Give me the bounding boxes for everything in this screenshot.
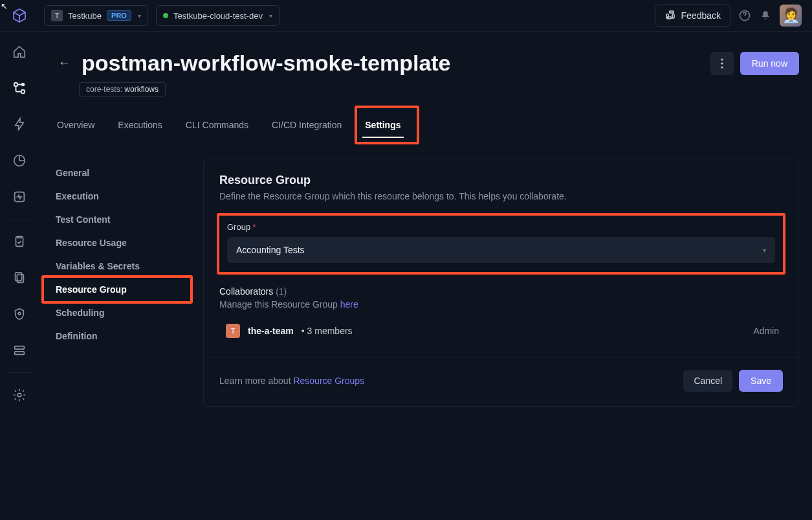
group-field-label: Group* [227, 222, 775, 232]
resource-group-panel: Resource Group Define the Resource Group… [203, 159, 799, 407]
cancel-button[interactable]: Cancel [683, 370, 732, 392]
save-button[interactable]: Save [739, 370, 783, 392]
side-item-definition[interactable]: Definition [54, 324, 184, 348]
side-item-execution[interactable]: Execution [54, 185, 184, 208]
chevron-down-icon: ▾ [269, 12, 272, 19]
bell-icon[interactable] [759, 9, 772, 22]
svg-point-1 [21, 90, 25, 94]
top-bar: T Testkube PRO ▾ Testkube-cloud-test-dev… [0, 0, 812, 32]
tab-overview[interactable]: Overview [54, 115, 97, 138]
label-chip: core-tests: workflows [79, 82, 166, 96]
svg-rect-13 [669, 11, 674, 13]
side-item-test-content[interactable]: Test Content [54, 208, 184, 231]
back-arrow-icon[interactable]: ← [54, 52, 74, 74]
tab-settings[interactable]: Settings [362, 115, 403, 138]
side-item-scheduling[interactable]: Scheduling [54, 301, 184, 324]
svg-point-17 [721, 58, 723, 60]
collaborator-row: T the-a-team • 3 members Admin [219, 320, 783, 357]
svg-rect-6 [17, 275, 23, 283]
team-members: • 3 members [302, 326, 353, 336]
svg-point-0 [14, 83, 18, 87]
main-content: ← postman-workflow-smoke-template Run no… [39, 31, 812, 520]
tab-cicd-integration[interactable]: CI/CD Integration [269, 115, 344, 138]
workflows-icon[interactable] [12, 80, 27, 96]
tab-cli-commands[interactable]: CLI Commands [183, 115, 251, 138]
panel-footer: Learn more about Resource Groups Cancel … [204, 357, 798, 392]
shield-icon[interactable] [12, 306, 27, 322]
org-selector[interactable]: T Testkube PRO ▾ [44, 5, 148, 26]
slack-icon [664, 9, 676, 23]
svg-rect-7 [16, 273, 22, 281]
settings-side-menu: General Execution Test Content Resource … [54, 159, 184, 407]
required-star-icon: * [252, 222, 256, 232]
side-item-variables-secrets[interactable]: Variables & Secrets [54, 254, 184, 278]
clipboard-stack-icon[interactable] [12, 270, 27, 286]
group-select[interactable]: Accounting Tests ▾ [227, 237, 775, 263]
status-icon[interactable] [12, 189, 27, 205]
tabs-nav: Overview Executions CLI Commands CI/CD I… [54, 115, 799, 138]
feedback-button[interactable]: Feedback [655, 5, 730, 27]
chevron-down-icon: ▾ [138, 12, 141, 19]
svg-point-18 [721, 62, 723, 64]
svg-point-11 [17, 393, 21, 397]
collaborators-desc: Manage this Resource Group here [219, 299, 783, 310]
env-selector[interactable]: Testkube-cloud-test-dev ▾ [156, 5, 280, 26]
help-icon[interactable] [738, 9, 751, 22]
team-role: Admin [753, 326, 783, 336]
settings-layout: General Execution Test Content Resource … [54, 159, 799, 407]
more-menu-button[interactable] [710, 52, 734, 75]
logo-icon[interactable] [12, 8, 27, 23]
user-avatar[interactable]: 🧑‍💼 [780, 5, 802, 27]
org-name: Testkube [68, 11, 102, 21]
status-dot-icon [163, 13, 168, 18]
svg-point-8 [18, 312, 21, 315]
label-key: core-tests: [86, 85, 122, 94]
servers-icon[interactable] [12, 343, 27, 358]
triggers-icon[interactable] [12, 117, 27, 132]
home-icon[interactable] [12, 44, 27, 60]
run-now-button[interactable]: Run now [740, 52, 799, 75]
env-name: Testkube-cloud-test-dev [173, 11, 263, 21]
manage-here-link[interactable]: here [340, 299, 358, 310]
team-badge-icon: T [226, 324, 240, 338]
feedback-label: Feedback [681, 10, 721, 21]
panel-subtitle: Define the Resource Group which this res… [219, 191, 783, 201]
side-item-general[interactable]: General [54, 161, 184, 185]
label-value: workflows [124, 85, 159, 94]
page-header: ← postman-workflow-smoke-template Run no… [54, 51, 799, 76]
page-title: postman-workflow-smoke-template [82, 51, 451, 76]
settings-gear-icon[interactable] [12, 387, 27, 403]
chevron-down-icon: ▾ [763, 247, 766, 254]
left-rail [0, 0, 39, 520]
group-selected-value: Accounting Tests [236, 245, 305, 255]
org-badge-icon: T [51, 10, 63, 21]
clipboard-check-icon[interactable] [12, 234, 27, 249]
svg-point-2 [22, 84, 25, 86]
team-name: the-a-team [248, 326, 294, 336]
panel-title: Resource Group [219, 174, 783, 187]
collaborators-count: (1) [276, 286, 287, 297]
group-field-highlight: Group* Accounting Tests ▾ [217, 213, 785, 275]
analytics-icon[interactable] [12, 153, 27, 168]
side-item-resource-group[interactable]: Resource Group [54, 278, 184, 301]
plan-badge: PRO [107, 10, 131, 21]
svg-rect-14 [672, 14, 674, 18]
svg-rect-9 [15, 346, 25, 350]
resource-groups-link[interactable]: Resource Groups [293, 376, 364, 386]
collaborators-title: Collaborators (1) [219, 286, 783, 297]
tab-executions[interactable]: Executions [115, 115, 164, 138]
learn-more: Learn more about Resource Groups [219, 376, 364, 386]
svg-point-19 [721, 66, 723, 68]
svg-rect-10 [15, 352, 25, 355]
side-item-resource-usage[interactable]: Resource Usage [54, 231, 184, 254]
